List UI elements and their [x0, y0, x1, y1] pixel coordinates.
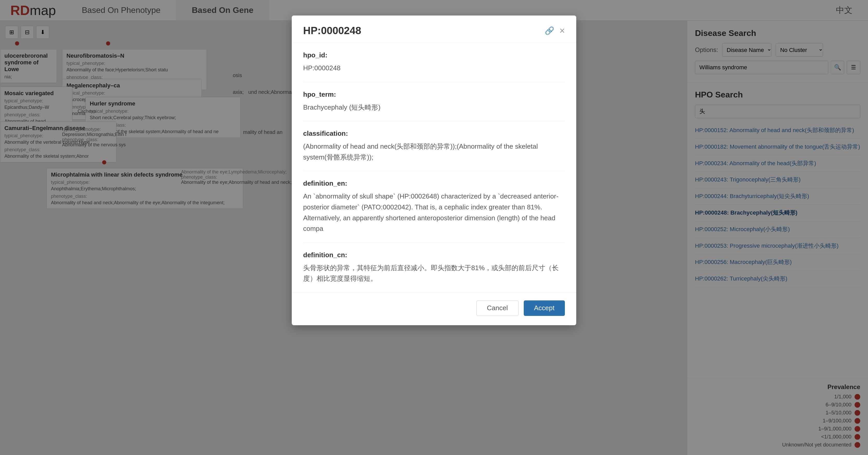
modal-field-label: definition_cn: [303, 251, 565, 259]
modal-link-icon[interactable]: 🔗 [545, 26, 554, 35]
modal-field-label: hpo_id: [303, 51, 565, 59]
modal-field-value: Brachycephaly (短头畸形) [303, 102, 565, 113]
modal-dialog: HP:0000248 🔗 × hpo_id:HP:0000248hpo_term… [292, 15, 576, 325]
modal-field: hpo_term:Brachycephaly (短头畸形) [303, 82, 565, 122]
modal-body: hpo_id:HP:0000248hpo_term:Brachycephaly … [292, 43, 576, 292]
modal-field-label: definition_en: [303, 180, 565, 188]
modal-header: HP:0000248 🔗 × [292, 15, 576, 43]
accept-button[interactable]: Accept [524, 300, 565, 316]
modal-overlay[interactable]: HP:0000248 🔗 × hpo_id:HP:0000248hpo_term… [0, 0, 868, 455]
modal-field: definition_en:An `abnormality of skull s… [303, 171, 565, 242]
modal-field-label: classification: [303, 130, 565, 137]
modal-field-label: hpo_term: [303, 91, 565, 98]
modal-title: HP:0000248 [303, 25, 540, 36]
modal-field: classification:(Abnormality of head and … [303, 121, 565, 171]
modal-field-value: HP:0000248 [303, 63, 565, 74]
modal-footer: Cancel Accept [292, 292, 576, 325]
modal-field-value: 头骨形状的异常，其特征为前后直径减小。即头指数大于81%，或头部的前后尺寸（长度… [303, 263, 565, 284]
modal-close-button[interactable]: × [559, 25, 565, 36]
modal-field-value: An `abnormality of skull shape` (HP:0002… [303, 191, 565, 234]
modal-field: hpo_id:HP:0000248 [303, 43, 565, 82]
cancel-button[interactable]: Cancel [476, 300, 519, 316]
modal-field-value: (Abnormality of head and neck(头部和颈部的异常))… [303, 141, 565, 163]
modal-field: definition_cn:头骨形状的异常，其特征为前后直径减小。即头指数大于8… [303, 243, 565, 292]
